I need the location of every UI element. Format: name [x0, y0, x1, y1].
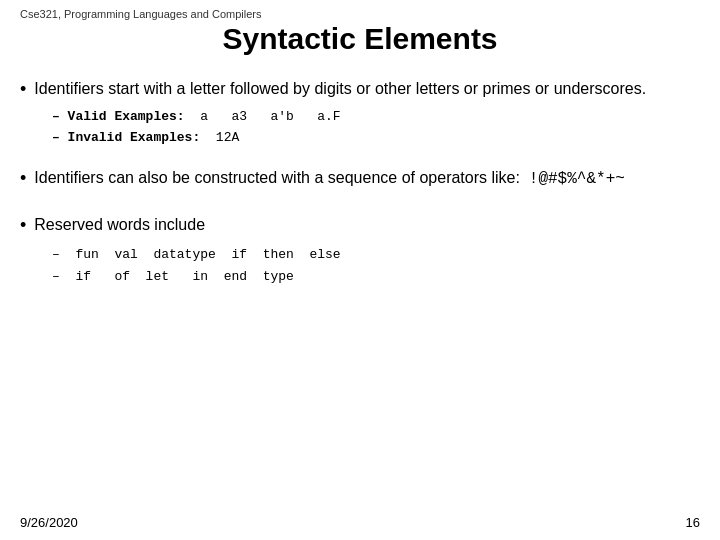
bullet-text-3: Reserved words include: [34, 214, 205, 236]
reserved-line-1: – fun val datatype if then else: [52, 244, 700, 266]
slide-footer: 9/26/2020 16: [20, 507, 700, 530]
bullet-text-2: Identifiers can also be constructed with…: [34, 167, 625, 190]
bullet-dot-1: •: [20, 78, 26, 101]
bullet-identifiers-start: • Identifiers start with a letter follow…: [20, 78, 700, 149]
bullet-dot-2: •: [20, 167, 26, 190]
invalid-examples-label: – Invalid Examples:: [52, 130, 216, 145]
reserved-values-1: fun val datatype if then else: [75, 247, 340, 262]
sub-bullets-reserved: – fun val datatype if then else – if of …: [52, 244, 700, 288]
valid-examples-label: – Valid Examples:: [52, 109, 200, 124]
invalid-examples-values: 12A: [216, 130, 239, 145]
bullet-identifiers-operators: • Identifiers can also be constructed wi…: [20, 167, 700, 196]
slide-container: Cse321, Programming Languages and Compil…: [0, 0, 720, 540]
bullet-text-1: Identifiers start with a letter followed…: [34, 78, 646, 100]
bullet-dot-3: •: [20, 214, 26, 237]
bullet-reserved-words: • Reserved words include – fun val datat…: [20, 214, 700, 288]
valid-examples-line: – Valid Examples: a a3 a'b a.F: [52, 107, 700, 128]
slide-title: Syntactic Elements: [20, 22, 700, 60]
operators-text: !@#$%^&*+~: [529, 170, 625, 188]
valid-examples-values: a a3 a'b a.F: [200, 109, 340, 124]
slide-content: • Identifiers start with a letter follow…: [20, 78, 700, 507]
invalid-examples-line: – Invalid Examples: 12A: [52, 128, 700, 149]
reserved-line-2: – if of let in end type: [52, 266, 700, 288]
bullet-main-text: • Identifiers start with a letter follow…: [20, 78, 700, 101]
reserved-values-2: if of let in end type: [75, 269, 293, 284]
footer-date: 9/26/2020: [20, 515, 78, 530]
footer-page: 16: [686, 515, 700, 530]
reserved-dash-2: –: [52, 269, 75, 284]
course-title: Cse321, Programming Languages and Compil…: [20, 8, 262, 20]
course-header: Cse321, Programming Languages and Compil…: [20, 8, 700, 20]
bullet-main-ops: • Identifiers can also be constructed wi…: [20, 167, 700, 190]
bullet-main-reserved: • Reserved words include: [20, 214, 700, 237]
reserved-dash-1: –: [52, 247, 75, 262]
sub-bullets-1: – Valid Examples: a a3 a'b a.F – Invalid…: [52, 107, 700, 149]
